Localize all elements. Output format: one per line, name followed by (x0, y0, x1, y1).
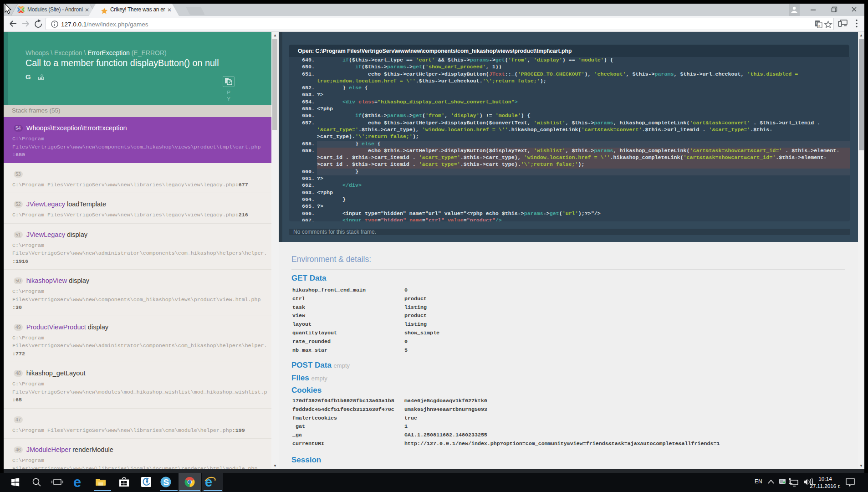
svg-text:e: e (73, 474, 81, 490)
svg-text:S: S (163, 477, 169, 487)
svg-text:x: x (818, 24, 820, 28)
